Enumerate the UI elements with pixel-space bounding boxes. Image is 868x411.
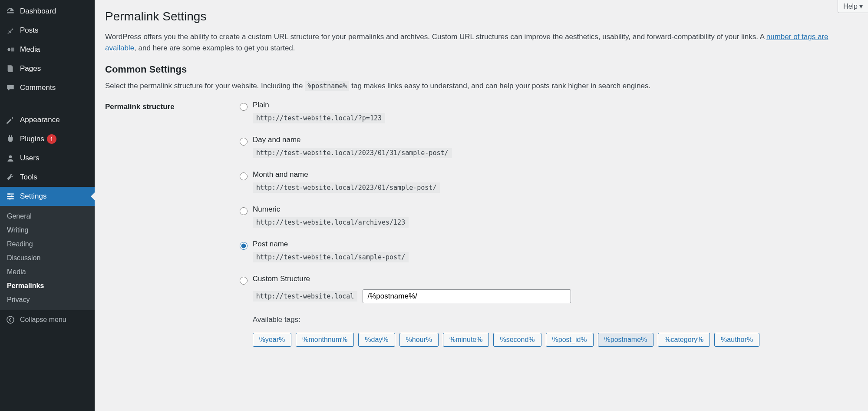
pages-icon (5, 63, 16, 74)
submenu-item-media[interactable]: Media (0, 265, 95, 279)
custom-structure-input[interactable] (363, 289, 571, 303)
radio-input-month-name[interactable] (240, 172, 248, 180)
sidebar-item-users[interactable]: Users (0, 149, 95, 168)
radio-option-post-name[interactable]: Post name http://test-website.local/samp… (240, 240, 858, 262)
radio-input-post-name[interactable] (240, 242, 248, 250)
tag-buttons-row: %year% %monthnum% %day% %hour% %minute% … (253, 333, 858, 347)
sidebar-item-settings[interactable]: Settings (0, 187, 95, 206)
radio-label-plain: Plain (253, 101, 385, 109)
radio-input-day-name[interactable] (240, 138, 248, 146)
sidebar-item-plugins[interactable]: Plugins 1 (0, 129, 95, 149)
svg-rect-7 (10, 198, 10, 199)
submenu-item-privacy[interactable]: Privacy (0, 293, 95, 307)
appearance-icon (5, 115, 16, 125)
submenu-item-reading[interactable]: Reading (0, 237, 95, 251)
sidebar-label: Appearance (20, 116, 60, 124)
sidebar-label: Posts (20, 26, 39, 35)
submenu-item-discussion[interactable]: Discussion (0, 251, 95, 265)
tag-button-category[interactable]: %category% (658, 333, 710, 347)
tag-button-hour[interactable]: %hour% (399, 333, 439, 347)
tools-icon (5, 172, 16, 182)
sidebar-label: Comments (20, 83, 56, 92)
intro-text-2: , and here are some examples to get you … (134, 44, 295, 52)
radio-option-month-name[interactable]: Month and name http://test-website.local… (240, 170, 858, 193)
sidebar-item-posts[interactable]: Posts (0, 21, 95, 40)
dashboard-icon (5, 6, 16, 17)
radio-input-numeric[interactable] (240, 207, 248, 215)
radio-option-custom[interactable]: Custom Structure http://test-website.loc… (240, 275, 858, 347)
submenu-item-general[interactable]: General (0, 209, 95, 223)
sidebar-label: Plugins (20, 135, 44, 143)
svg-rect-3 (7, 196, 13, 197)
submenu-item-writing[interactable]: Writing (0, 223, 95, 237)
radio-input-plain[interactable] (240, 103, 248, 111)
radio-option-numeric[interactable]: Numeric http://test-website.local/archiv… (240, 205, 858, 228)
radio-option-plain[interactable]: Plain http://test-website.local/?p=123 (240, 101, 858, 123)
available-tags-label: Available tags: (253, 315, 858, 324)
sidebar-item-tools[interactable]: Tools (0, 168, 95, 187)
common-settings-heading: Common Settings (105, 64, 858, 75)
settings-submenu: General Writing Reading Discussion Media… (0, 206, 95, 310)
tag-button-monthnum[interactable]: %monthnum% (296, 333, 354, 347)
comments-icon (5, 83, 16, 93)
radio-label-custom: Custom Structure (253, 275, 858, 283)
select-description: Select the permalink structure for your … (105, 80, 858, 92)
page-title: Permalink Settings (105, 4, 858, 25)
plugins-icon (5, 134, 16, 144)
main-content: Help ▾ Permalink Settings WordPress offe… (95, 0, 868, 411)
permalink-structure-label: Permalink structure (105, 101, 240, 347)
radio-label-day-name: Day and name (253, 136, 452, 144)
sidebar-item-media[interactable]: Media (0, 40, 95, 59)
postname-tag-code: %postname% (305, 81, 349, 91)
svg-rect-2 (7, 193, 13, 194)
radio-option-day-name[interactable]: Day and name http://test-website.local/2… (240, 136, 858, 158)
intro-paragraph: WordPress offers you the ability to crea… (105, 31, 858, 54)
collapse-label: Collapse menu (20, 316, 66, 324)
admin-sidebar: Dashboard Posts Media Pages Comments App… (0, 0, 95, 411)
svg-rect-6 (11, 196, 12, 197)
tag-button-author[interactable]: %author% (714, 333, 759, 347)
tag-button-year[interactable]: %year% (253, 333, 292, 347)
collapse-icon (5, 315, 16, 325)
radio-input-custom[interactable] (240, 277, 248, 285)
example-numeric: http://test-website.local/archives/123 (253, 217, 409, 228)
radio-label-post-name: Post name (253, 240, 409, 249)
tag-button-day[interactable]: %day% (358, 333, 395, 347)
sidebar-item-comments[interactable]: Comments (0, 78, 95, 97)
tag-button-post-id[interactable]: %post_id% (546, 333, 594, 347)
help-label: Help (843, 3, 858, 10)
example-day-name: http://test-website.local/2023/01/31/sam… (253, 148, 452, 158)
permalink-radio-group: Plain http://test-website.local/?p=123 D… (240, 101, 858, 347)
sidebar-label: Users (20, 154, 39, 162)
sidebar-item-appearance[interactable]: Appearance (0, 110, 95, 129)
tag-button-minute[interactable]: %minute% (443, 333, 489, 347)
permalink-structure-field: Plain http://test-website.local/?p=123 D… (240, 101, 858, 347)
svg-point-8 (7, 316, 14, 323)
select-text-before: Select the permalink structure for your … (105, 82, 305, 90)
svg-rect-5 (9, 193, 10, 195)
intro-text-1: WordPress offers you the ability to crea… (105, 33, 766, 41)
chevron-down-icon: ▾ (859, 2, 863, 10)
users-icon (5, 153, 16, 163)
sidebar-item-dashboard[interactable]: Dashboard (0, 2, 95, 21)
plugin-update-badge: 1 (47, 134, 56, 144)
example-plain: http://test-website.local/?p=123 (253, 113, 385, 123)
permalink-structure-row: Permalink structure Plain http://test-we… (105, 101, 858, 347)
help-tab-button[interactable]: Help ▾ (838, 0, 868, 13)
sidebar-item-pages[interactable]: Pages (0, 59, 95, 78)
custom-prefix: http://test-website.local (253, 291, 358, 302)
menu-separator (0, 97, 95, 110)
submenu-item-permalinks[interactable]: Permalinks (0, 279, 95, 293)
sidebar-label: Media (20, 45, 40, 54)
pin-icon (5, 25, 16, 36)
tag-button-postname[interactable]: %postname% (598, 333, 654, 347)
example-post-name: http://test-website.local/sample-post/ (253, 252, 409, 262)
radio-label-month-name: Month and name (253, 170, 440, 179)
tag-button-second[interactable]: %second% (493, 333, 541, 347)
sidebar-label: Tools (20, 173, 37, 182)
sidebar-label: Settings (20, 192, 46, 201)
settings-icon (5, 191, 16, 202)
example-month-name: http://test-website.local/2023/01/sample… (253, 182, 440, 193)
svg-point-1 (9, 155, 12, 158)
collapse-menu-button[interactable]: Collapse menu (0, 310, 95, 329)
